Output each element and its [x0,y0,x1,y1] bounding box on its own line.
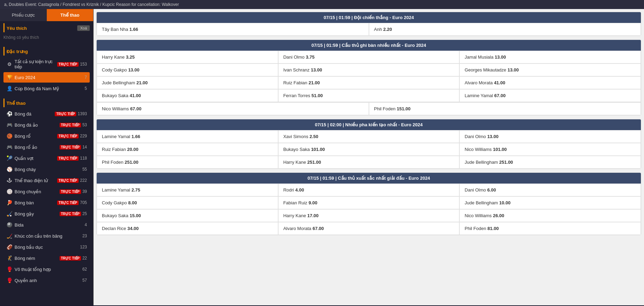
odds-cell-event3-r1-c1[interactable]: Bukayo Saka 101.00 [278,143,460,156]
odds-cell-event3-r1-c0[interactable]: Ruiz Fabian 20.00 [97,143,278,156]
dac-trung-title: Đặc trưng [3,47,90,56]
odds-cell-event2-r0-c2[interactable]: Jamal Musiala 13.00 [459,51,641,63]
odds-cell-event4-r3-c1[interactable]: Alvaro Morata 67.00 [278,222,460,235]
sidebar-tabs: Phiếu cược Thể thao [0,9,93,21]
sidebar-item-the-thao-12[interactable]: 🏈 Bóng bầu dục 123 [3,242,90,252]
odds-cell-event3-r1-c2[interactable]: Nico Williams 101.00 [459,143,641,156]
event-block-event4: 07/15 | 01:59 | Cầu thủ xuất sắc nhất gi… [96,172,641,235]
count-badge-thao: 23 [82,233,87,238]
count-badge: 153 [80,62,87,67]
odds-cell-event4-r0-c2[interactable]: Dani Olmo 6.00 [459,184,641,196]
sidebar-label-the-thao-13: Bóng ném [15,256,60,261]
count-badge-thao: 14 [82,145,87,150]
odds-cell-event2-r3-c2[interactable]: Lamine Yamal 67.00 [459,89,641,102]
sidebar-item-the-thao-0[interactable]: ⚽ Bóng đá TRỰC TIẾP 1393 [3,109,90,119]
sidebar-item-dac-trung-0[interactable]: ⚙ Tất cả sự kiện trực tiếp TRỰC TIẾP 153 [3,57,90,71]
sidebar-item-the-thao-7[interactable]: 🏐 Bóng chuyền TRỰC TIẾP 39 [3,186,90,197]
sidebar-item-the-thao-15[interactable]: 🥊 Quyền anh 57 [3,275,90,286]
dac-trung-list: ⚙ Tất cả sự kiện trực tiếp TRỰC TIẾP 153… [3,57,90,94]
odds-cell-event4-r1-c1[interactable]: Fabian Ruiz 9.00 [278,196,460,209]
event-header-event2: 07/15 | 01:59 | Cầu thủ ghi bàn nhiều nh… [97,40,641,51]
odds-cell-event3-r0-c0[interactable]: Lamine Yamal 1.66 [97,130,278,143]
sidebar-label-the-thao-0: Bóng đá [15,111,55,117]
live-badge: TRỰC TIẾP [57,62,79,67]
sidebar-icon-the-thao-9: 🏑 [6,211,12,217]
odds-cell-event3-r0-c1[interactable]: Xavi Simons 2.50 [278,130,460,143]
odds-cell-event4-r2-c0[interactable]: Bukayo Saka 15.00 [97,209,278,222]
sidebar-item-the-thao-3[interactable]: 🎮 Bóng rổ ảo TRỰC TIẾP 14 [3,142,90,152]
odds-cell-event2-r1-c1[interactable]: Ivan Schranz 13.00 [278,63,460,76]
odds-cell-event2-r1-c2[interactable]: Georges Mikautadze 13.00 [459,63,641,76]
xoa-button[interactable]: Xoá [77,25,90,31]
sidebar-item-the-thao-1[interactable]: 🎮 Bóng đá ảo TRỰC TIẾP 53 [3,120,90,130]
section-yeu-thich: Yêu thích Xoá Không có yêu thích [0,21,93,45]
odds-cell-event4-r0-c1[interactable]: Rodri 4.00 [278,184,460,196]
count-badge-thao: 53 [82,122,87,127]
live-badge-thao: TRỰC TIẾP [60,189,81,194]
odds-cell-event2-r2-c1[interactable]: Ruiz Fabian 21.00 [278,76,460,89]
sidebar-item-dac-trung-2[interactable]: 👤 Cúp Bóng đá Nam Mỹ 5 [3,83,90,94]
event-block-event1: 07/15 | 01:59 | Đội chiến thắng - Euro 2… [96,12,641,36]
odds-cell-event4-r3-c2[interactable]: Phil Foden 81.00 [459,222,641,235]
odds-row-event3-0: Lamine Yamal 1.66Xavi Simons 2.50Dani Ol… [97,130,641,143]
count-badge-thao: 25 [82,211,87,216]
odds-row-event2-2: Jude Bellingham 21.00Ruiz Fabian 21.00Al… [97,76,641,89]
odds-cell-event2-r0-c0[interactable]: Harry Kane 3.25 [97,51,278,63]
count-badge-thao: 57 [82,278,87,283]
live-badge-thao: TRỰC TIẾP [60,145,81,150]
odds-cell-event2-r0-c1[interactable]: Dani Olmo 3.75 [278,51,460,63]
tab-the-thao[interactable]: Thể thao [47,9,94,21]
odds-cell-event2-r3-c0[interactable]: Bukayo Saka 41.00 [97,89,278,102]
sidebar-item-the-thao-5[interactable]: ⚾ Bóng chày 55 [3,164,90,175]
odds-cell-event3-r0-c2[interactable]: Dani Olmo 13.00 [459,130,641,143]
sidebar-icon-the-thao-2: 🏀 [6,133,12,139]
sidebar-item-the-thao-14[interactable]: 🥊 Võ thuật tổng hợp 62 [3,264,90,274]
odds-cell-event4-r0-c0[interactable]: Lamine Yamal 2.75 [97,184,278,196]
sidebar-item-the-thao-2[interactable]: 🏀 Bóng rổ TRỰC TIẾP 229 [3,131,90,141]
sidebar: Phiếu cược Thể thao Yêu thích Xoá Không … [0,9,94,305]
odds-bottom-cell-event2-0[interactable]: Nico Williams 67.00 [97,102,369,115]
sidebar-icon-the-thao-0: ⚽ [6,111,12,117]
odds-cell-event4-r2-c1[interactable]: Harry Kane 17.00 [278,209,460,222]
live-badge-thao: TRỰC TIẾP [57,201,79,205]
odds-cell-event4-r1-c2[interactable]: Jude Bellingham 10.00 [459,196,641,209]
sidebar-item-the-thao-11[interactable]: 🏒 Khúc côn cầu trên băng 23 [3,231,90,241]
odds-row-event2-0: Harry Kane 3.25Dani Olmo 3.75Jamal Musia… [97,51,641,63]
odds-cell-event4-r1-c0[interactable]: Cody Gakpo 8.00 [97,196,278,209]
live-badge-thao: TRỰC TIẾP [60,256,81,261]
odds-cell-event3-r2-c0[interactable]: Phil Foden 251.00 [97,156,278,169]
count-badge-thao: 39 [82,189,87,194]
sidebar-item-the-thao-9[interactable]: 🏑 Bóng gậy TRỰC TIẾP 25 [3,209,90,219]
tab-phieu-cuoc[interactable]: Phiếu cược [0,9,47,21]
odds-cell-event2-r2-c0[interactable]: Jude Bellingham 21.00 [97,76,278,89]
odds-cell-event4-r2-c2[interactable]: Nico Williams 26.00 [459,209,641,222]
odds-cell-event1-0[interactable]: Tây Ban Nha 1.66 [97,23,369,36]
odds-cell-event2-r3-c1[interactable]: Ferran Torres 51.00 [278,89,460,102]
sidebar-icon-the-thao-14: 🥊 [6,266,12,272]
sidebar-icon-the-thao-5: ⚾ [6,166,12,172]
sidebar-icon-the-thao-4: 🎾 [6,155,12,161]
sidebar-label-the-thao-2: Bóng rổ [15,134,57,139]
odds-cell-event4-r3-c0[interactable]: Declan Rice 34.00 [97,222,278,235]
odds-cell-event3-r2-c1[interactable]: Harry Kane 251.00 [278,156,460,169]
odds-cell-event3-r2-c2[interactable]: Jude Bellingham 251.00 [459,156,641,169]
odds-row-event2-1: Cody Gakpo 13.00Ivan Schranz 13.00George… [97,63,641,76]
sidebar-item-the-thao-10[interactable]: 🎱 Bida 4 [3,220,90,230]
event-header-event4: 07/15 | 01:59 | Cầu thủ xuất sắc nhất gi… [97,173,641,184]
odds-cell-event1-1[interactable]: Anh 2.20 [369,23,641,36]
sidebar-item-the-thao-4[interactable]: 🎾 Quần vợt TRỰC TIẾP 118 [3,153,90,163]
event-header-event1: 07/15 | 01:59 | Đội chiến thắng - Euro 2… [97,12,641,23]
sidebar-item-the-thao-13[interactable]: 🤾 Bóng ném TRỰC TIẾP 22 [3,253,90,263]
count-badge-thao: 705 [80,200,87,205]
sidebar-label-the-thao-9: Bóng gậy [15,211,60,216]
sidebar-item-dac-trung-1[interactable]: 🏆 Euro 2024 7 [3,72,90,83]
sidebar-item-the-thao-6[interactable]: 🕹 Thể thao điện tử TRỰC TIẾP 222 [3,175,90,186]
sidebar-icon-the-thao-10: 🎱 [6,222,12,228]
odds-cell-event2-r2-c2[interactable]: Alvaro Morata 41.00 [459,76,641,89]
top-bar: a, Doubles Event: Castagnola / Fondriest… [0,0,644,9]
odds-cell-event2-r1-c0[interactable]: Cody Gakpo 13.00 [97,63,278,76]
sidebar-item-the-thao-8[interactable]: 🏓 Bóng bàn TRỰC TIẾP 705 [3,197,90,208]
odds-bottom-cell-event2-1[interactable]: Phil Foden 151.00 [369,102,641,115]
yeu-thich-title: Yêu thích Xoá [3,23,90,32]
odds-row-event4-3: Declan Rice 34.00Alvaro Morata 67.00Phil… [97,222,641,235]
